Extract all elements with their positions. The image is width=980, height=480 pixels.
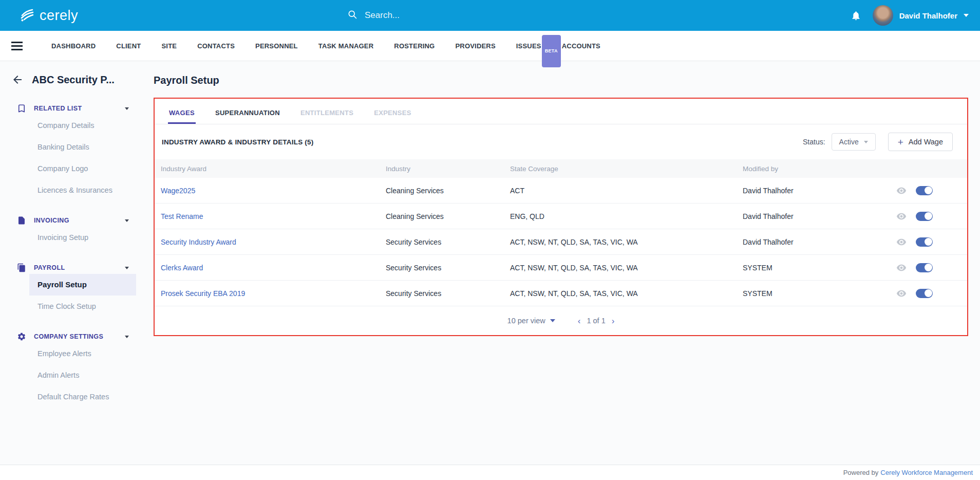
industry-award-link[interactable]: Wage2025: [155, 187, 380, 195]
company-name: ABC Security P...: [32, 74, 115, 86]
footer: Powered by Cerely Workforce Management: [0, 465, 980, 480]
next-page-icon[interactable]: ›: [612, 317, 615, 325]
sidebar-item-invoicing-setup[interactable]: Invoicing Setup: [0, 227, 136, 248]
tab-bar: WAGES SUPERANNUATION ENTITLEMENTS EXPENS…: [155, 99, 967, 124]
hamburger-menu-icon[interactable]: [11, 42, 23, 50]
add-wage-button[interactable]: + Add Wage: [888, 133, 953, 151]
sidebar-section-payroll[interactable]: PAYROLL: [0, 262, 136, 274]
industry-cell: Security Services: [380, 238, 504, 246]
active-toggle[interactable]: [916, 186, 933, 195]
sidebar-section-related-list[interactable]: RELATED LIST: [0, 102, 136, 115]
tab-wages[interactable]: WAGES: [168, 109, 196, 124]
view-eye-icon[interactable]: [896, 288, 907, 299]
industry-award-link[interactable]: Clerks Award: [155, 264, 380, 272]
payroll-setup-panel: WAGES SUPERANNUATION ENTITLEMENTS EXPENS…: [154, 98, 968, 336]
prev-page-icon[interactable]: ‹: [578, 317, 581, 325]
user-name: David Thalhofer: [899, 11, 957, 20]
industry-cell: Cleaning Services: [380, 187, 504, 195]
active-toggle[interactable]: [916, 212, 933, 221]
gear-icon: [17, 332, 26, 341]
chevron-down-icon: [864, 141, 868, 143]
page-title: Payroll Setup: [154, 75, 968, 86]
nav-item-issues[interactable]: ISSUES BETA: [506, 31, 552, 61]
column-header-industry-award: Industry Award: [155, 165, 380, 173]
notifications-bell-icon[interactable]: [851, 10, 861, 21]
column-header-modified-by: Modified by: [737, 165, 895, 173]
sidebar-section-invoicing[interactable]: INVOICING: [0, 214, 136, 227]
status-dropdown[interactable]: Active: [832, 133, 876, 151]
view-eye-icon[interactable]: [896, 237, 907, 247]
nav-item-dashboard[interactable]: DASHBOARD: [41, 31, 106, 61]
cerely-footer-link[interactable]: Cerely Workforce Management: [880, 469, 973, 476]
powered-by-text: Powered by: [843, 469, 879, 476]
nav-item-task-manager[interactable]: TASK MANAGER: [308, 31, 384, 61]
document-icon: [17, 216, 26, 225]
view-eye-icon[interactable]: [896, 211, 907, 221]
sidebar-item-employee-alerts[interactable]: Employee Alerts: [0, 343, 136, 364]
app-logo[interactable]: cerely: [18, 6, 78, 25]
industry-cell: Security Services: [380, 289, 504, 298]
chevron-down-icon: [125, 107, 129, 110]
state-coverage-cell: ACT, NSW, NT, QLD, SA, TAS, VIC, WA: [504, 264, 737, 272]
table-row: Clerks Award Security Services ACT, NSW,…: [155, 255, 967, 281]
modified-by-cell: David Thalhofer: [737, 238, 895, 246]
modified-by-cell: SYSTEM: [737, 289, 895, 298]
user-menu[interactable]: David Thalhofer: [873, 5, 969, 26]
sidebar-item-payroll-setup[interactable]: Payroll Setup: [0, 274, 136, 296]
table-row: Wage2025 Cleaning Services ACT David Tha…: [155, 178, 967, 204]
sidebar-item-time-clock-setup[interactable]: Time Clock Setup: [0, 296, 136, 317]
page-info: 1 of 1: [587, 317, 605, 325]
tab-superannuation[interactable]: SUPERANNUATION: [214, 109, 281, 124]
modified-by-cell: SYSTEM: [737, 264, 895, 272]
section-title: INDUSTRY AWARD & INDUSTRY DETAILS (5): [162, 138, 313, 146]
search-input[interactable]: [365, 10, 498, 21]
nav-item-personnel[interactable]: PERSONNEL: [245, 31, 308, 61]
cerely-logo-icon: [18, 6, 35, 25]
bookmark-icon: [17, 104, 26, 113]
sidebar-item-company-logo[interactable]: Company Logo: [0, 158, 136, 179]
table-row: Security Industry Award Security Service…: [155, 229, 967, 255]
active-toggle[interactable]: [916, 263, 933, 272]
state-coverage-cell: ACT: [504, 187, 737, 195]
tab-entitlements: ENTITLEMENTS: [299, 109, 354, 124]
chevron-down-icon: [550, 319, 555, 322]
status-label: Status:: [803, 138, 825, 146]
state-coverage-cell: ACT, NSW, NT, QLD, SA, TAS, VIC, WA: [504, 289, 737, 298]
sidebar-item-admin-alerts[interactable]: Admin Alerts: [0, 364, 136, 386]
industry-award-link[interactable]: Security Industry Award: [155, 238, 380, 246]
chevron-down-icon: [964, 14, 969, 17]
table-row: Test Rename Cleaning Services ENG, QLD D…: [155, 204, 967, 229]
sidebar-item-banking-details[interactable]: Banking Details: [0, 136, 136, 158]
industry-award-link[interactable]: Prosek Security EBA 2019: [155, 289, 380, 298]
nav-item-providers[interactable]: PROVIDERS: [445, 31, 505, 61]
chevron-down-icon: [125, 267, 129, 269]
documents-icon: [17, 263, 26, 272]
industry-cell: Cleaning Services: [380, 212, 504, 220]
modified-by-cell: David Thalhofer: [737, 212, 895, 220]
sidebar-section-company-settings[interactable]: COMPANY SETTINGS: [0, 330, 136, 343]
primary-nav: DASHBOARD CLIENT SITE CONTACTS PERSONNEL…: [0, 31, 980, 61]
nav-item-contacts[interactable]: CONTACTS: [187, 31, 245, 61]
active-toggle[interactable]: [916, 237, 933, 247]
industry-award-link[interactable]: Test Rename: [155, 212, 380, 220]
view-eye-icon[interactable]: [896, 263, 907, 273]
table-row: Prosek Security EBA 2019 Security Servic…: [155, 281, 967, 306]
sidebar-item-licences-insurances[interactable]: Licences & Insurances: [0, 179, 136, 201]
sidebar-item-company-details[interactable]: Company Details: [0, 115, 136, 136]
per-view-dropdown[interactable]: 10 per view: [507, 317, 555, 325]
plus-icon: +: [898, 137, 903, 147]
sidebar-item-default-charge-rates[interactable]: Default Charge Rates: [0, 386, 136, 408]
back-arrow-icon[interactable]: [11, 73, 24, 86]
active-item-highlight[interactable]: Payroll Setup: [29, 274, 136, 296]
global-search[interactable]: [347, 0, 498, 31]
nav-item-client[interactable]: CLIENT: [106, 31, 151, 61]
active-toggle[interactable]: [916, 289, 933, 298]
nav-item-rostering[interactable]: ROSTERING: [384, 31, 445, 61]
view-eye-icon[interactable]: [896, 186, 907, 196]
nav-item-accounts[interactable]: ACCOUNTS: [552, 31, 611, 61]
search-icon: [347, 9, 357, 22]
state-coverage-cell: ACT, NSW, NT, QLD, SA, TAS, VIC, WA: [504, 238, 737, 246]
nav-item-site[interactable]: SITE: [151, 31, 187, 61]
sidebar: ABC Security P... RELATED LIST Company D…: [0, 61, 136, 479]
logo-wordmark: cerely: [40, 8, 78, 24]
